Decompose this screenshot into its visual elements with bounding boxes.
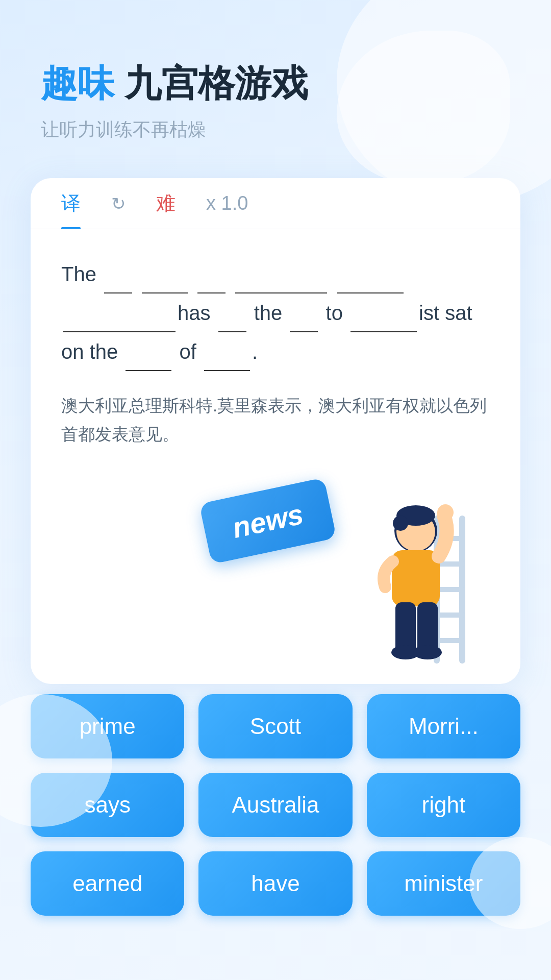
blank-4 (235, 271, 327, 293)
blank-2 (142, 271, 188, 293)
word-btn-says[interactable]: says (31, 773, 184, 837)
refresh-icon: ↻ (111, 193, 126, 214)
illustration-area: news (31, 470, 520, 664)
word-btn-morrison[interactable]: Morri... (367, 694, 520, 758)
page-title: 趣味 九宫格游戏 (41, 61, 510, 105)
blank-3 (197, 271, 226, 293)
svg-point-15 (413, 645, 442, 659)
blank-6 (63, 310, 176, 332)
word-btn-right[interactable]: right (367, 773, 520, 837)
tab-translate[interactable]: 译 (61, 178, 81, 229)
main-card: 译 ↻ 难 x 1.0 The has the to ist sat on th… (31, 178, 520, 683)
word-grid: prime Scott Morri... says Australia righ… (0, 694, 551, 936)
svg-point-10 (393, 516, 408, 531)
word-btn-prime[interactable]: prime (31, 694, 184, 758)
word-btn-have[interactable]: have (198, 851, 352, 916)
svg-point-16 (437, 504, 454, 521)
svg-rect-6 (434, 638, 465, 643)
translation-text: 澳大利亚总理斯科特.莫里森表示，澳大利亚有权就以色列首都发表意见。 (61, 391, 490, 449)
blank-10 (126, 349, 171, 371)
blank-7 (218, 310, 246, 332)
content-area: The has the to ist sat on the of . 澳大利亚总… (31, 229, 520, 464)
svg-rect-5 (434, 612, 465, 618)
word-btn-scott[interactable]: Scott (198, 694, 352, 758)
person-illustration (337, 475, 480, 664)
blank-8 (290, 310, 318, 332)
word-btn-australia[interactable]: Australia (198, 773, 352, 837)
word-btn-minister[interactable]: minister (367, 851, 520, 916)
header: 趣味 九宫格游戏 让听力训练不再枯燥 (0, 0, 551, 163)
title-blue: 趣味 (41, 61, 114, 105)
blank-1 (104, 271, 132, 293)
blank-5 (337, 271, 404, 293)
tab-bar: 译 ↻ 难 x 1.0 (31, 178, 520, 229)
tab-difficulty[interactable]: 难 (156, 178, 176, 229)
title-dark: 九宫格游戏 (124, 61, 308, 105)
page-subtitle: 让听力训练不再枯燥 (41, 117, 510, 142)
blank-9 (350, 310, 417, 332)
tab-refresh[interactable]: ↻ (111, 178, 126, 229)
sentence-text: The has the to ist sat on the of . (61, 255, 490, 371)
blank-11 (204, 349, 250, 371)
news-card: news (199, 477, 337, 564)
word-btn-earned[interactable]: earned (31, 851, 184, 916)
tab-speed[interactable]: x 1.0 (206, 178, 248, 229)
